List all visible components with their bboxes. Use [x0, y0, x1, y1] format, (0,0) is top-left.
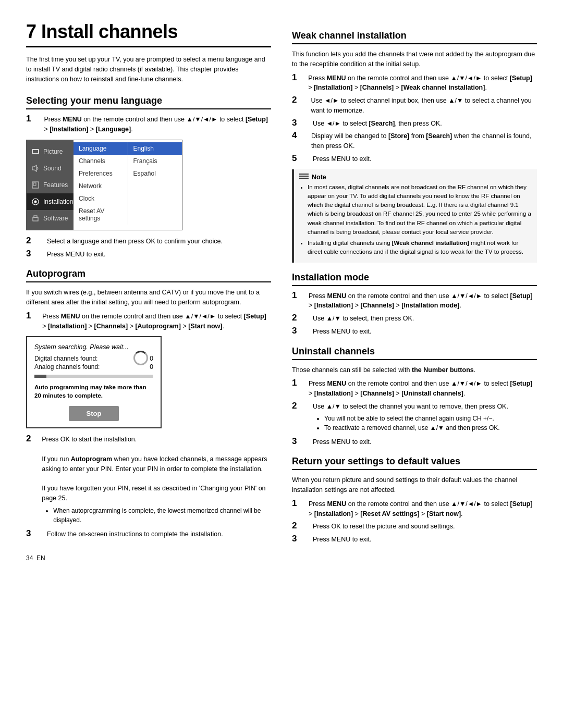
analog-value: 0: [150, 363, 153, 371]
step-3-uninstall: 3 Press MENU to exit.: [292, 437, 537, 447]
picture-icon: [31, 147, 40, 156]
auto-step-1-content: Press MENU on the remote control and the…: [42, 312, 271, 331]
autoprogram-bullet1: When autoprogramming is complete, the lo…: [53, 506, 271, 525]
uninstall-step-num-2: 2: [292, 401, 302, 434]
menu-col1-reset: Reset AV settings: [74, 205, 128, 225]
autoprogram-progress-fill: [34, 375, 46, 378]
step-2-instmode: 2 Use ▲/▼ to select, then press OK.: [292, 314, 537, 324]
step-1-autoprogram: 1 Press MENU on the remote control and t…: [26, 312, 271, 331]
menu-right-panel: Language Channels Preferences Network Cl…: [74, 140, 182, 230]
menu-col1-network: Network: [74, 180, 128, 192]
step-1-instmode: 1 Press MENU on the remote control and t…: [292, 291, 537, 311]
step-3-language: 3 Press MENU to exit.: [26, 250, 271, 260]
step-3-weak: 3 Use ◄/► to select [Search], then press…: [292, 119, 537, 129]
menu-item-installation-label: Installation: [43, 198, 73, 205]
step-num: 1: [26, 114, 33, 134]
step-4-weak: 4 Display will be changed to [Store] fro…: [292, 131, 537, 151]
step-5-weak: 5 Press MENU to exit.: [292, 154, 537, 164]
section-title-uninstall: Uninstall channels: [292, 346, 537, 360]
chapter-title-text: Install channels: [41, 21, 178, 42]
step-3-autoprogram: 3 Follow the on-screen instructions to c…: [26, 529, 271, 539]
right-column: Weak channel installation This function …: [292, 21, 537, 562]
page-num-value: 34: [26, 554, 33, 562]
page-number: 34 EN: [26, 554, 271, 562]
instmode-step-num-2: 2: [292, 313, 302, 324]
menu-col1-channels: Channels: [74, 155, 128, 167]
section-title-language: Selecting your menu language: [26, 95, 271, 109]
stop-button[interactable]: Stop: [69, 406, 119, 421]
menu-right-cols: Language Channels Preferences Network Cl…: [74, 142, 182, 225]
menu-item-software-label: Software: [43, 215, 68, 222]
auto-step-num-2: 2: [26, 434, 31, 526]
note-header: Note: [299, 174, 532, 181]
weak-channel-note: Note In most cases, digital channels are…: [292, 169, 537, 263]
step-content: Press MENU on the remote control and the…: [44, 115, 271, 134]
menu-item-software: Software: [27, 210, 74, 227]
svg-rect-2: [33, 183, 36, 186]
chapter-title: 7 Install channels: [26, 21, 271, 47]
uninstall-step-2-content: Use ▲/▼ to select the channel you want t…: [313, 402, 508, 434]
uninstall-intro: Those channels can still be selected wit…: [292, 365, 537, 375]
step-1-uninstall: 1 Press MENU on the remote control and t…: [292, 379, 537, 399]
step-2-autoprogram: 2 Press OK to start the installation. If…: [26, 435, 271, 526]
menu-screenshot: Picture Sound Features: [26, 140, 182, 230]
weak-step-4-content: Display will be changed to [Store] from …: [311, 131, 537, 151]
step-3-return: 3 Press MENU to exit.: [292, 535, 537, 545]
step-num-2: 2: [26, 236, 36, 246]
step-3-content: Press MENU to exit.: [47, 250, 106, 260]
step-2-weak: 2 Use ◄/► to select channel input box, t…: [292, 96, 537, 116]
return-step-num-1: 1: [292, 498, 298, 519]
note-label: Note: [312, 174, 326, 181]
uninstall-bullet-2: To reactivate a removed channel, use ▲/▼…: [324, 423, 508, 433]
menu-col2-spanish: Español: [128, 167, 182, 180]
digital-value: 0: [150, 355, 153, 362]
menu-item-features: Features: [27, 177, 74, 193]
weak-step-2-content: Use ◄/► to select channel input box, the…: [311, 96, 537, 116]
chapter-number: 7: [26, 21, 36, 42]
auto-step-num-1: 1: [26, 311, 32, 331]
menu-col1-clock: Clock: [74, 192, 128, 205]
software-icon: [31, 214, 40, 223]
instmode-step-num-3: 3: [292, 326, 302, 337]
weak-step-1-content: Press MENU on the remote control and the…: [308, 73, 537, 93]
step-num-3: 3: [26, 249, 36, 260]
digital-label: Digital channels found:: [34, 355, 97, 362]
menu-col2-english: English: [128, 142, 182, 155]
autoprogram-intro: If you switch wires (e.g., between anten…: [26, 288, 271, 307]
instmode-step-2-content: Use ▲/▼ to select, then press OK.: [313, 314, 414, 324]
svg-marker-0: [32, 165, 36, 171]
menu-col1-preferences: Preferences: [74, 167, 128, 180]
chapter-intro: The first time you set up your TV, you a…: [26, 55, 271, 84]
weak-step-num-4: 4: [292, 130, 301, 151]
auto-step-num-3: 3: [26, 528, 36, 539]
section-title-installation-mode: Installation mode: [292, 272, 537, 286]
menu-item-features-label: Features: [43, 181, 68, 189]
menu-col2-french: Français: [128, 155, 182, 167]
menu-item-sound: Sound: [27, 160, 74, 177]
return-step-1-content: Press MENU on the remote control and the…: [309, 499, 537, 519]
weak-channel-intro: This function lets you add the channels …: [292, 50, 537, 69]
weak-step-5-content: Press MENU to exit.: [313, 154, 372, 164]
menu-item-sound-label: Sound: [43, 165, 62, 172]
return-step-num-2: 2: [292, 521, 302, 532]
instmode-step-num-1: 1: [292, 290, 298, 311]
svg-rect-5: [33, 217, 38, 221]
menu-col1-language: Language: [74, 142, 128, 155]
uninstall-step-num-3: 3: [292, 436, 302, 447]
uninstall-step-num-1: 1: [292, 378, 298, 399]
autoprogram-note: Auto programming may take more than20 mi…: [34, 383, 153, 400]
return-step-3-content: Press MENU to exit.: [313, 535, 372, 545]
section-title-autoprogram: Autoprogram: [26, 268, 271, 282]
step-2-language: 2 Select a language and then press OK to…: [26, 237, 271, 246]
menu-left-panel: Picture Sound Features: [27, 140, 74, 230]
installation-icon: [31, 197, 40, 206]
weak-step-3-content: Use ◄/► to select [Search], then press O…: [313, 119, 442, 129]
weak-step-num-5: 5: [292, 153, 302, 164]
page-container: 7 Install channels The first time you se…: [26, 21, 537, 562]
instmode-step-3-content: Press MENU to exit.: [313, 327, 372, 337]
weak-step-num-2: 2: [292, 95, 300, 116]
return-step-num-3: 3: [292, 534, 302, 545]
step-2-return: 2 Press OK to reset the picture and soun…: [292, 522, 537, 532]
left-column: 7 Install channels The first time you se…: [26, 21, 271, 562]
step-2-content: Select a language and then press OK to c…: [47, 237, 223, 246]
